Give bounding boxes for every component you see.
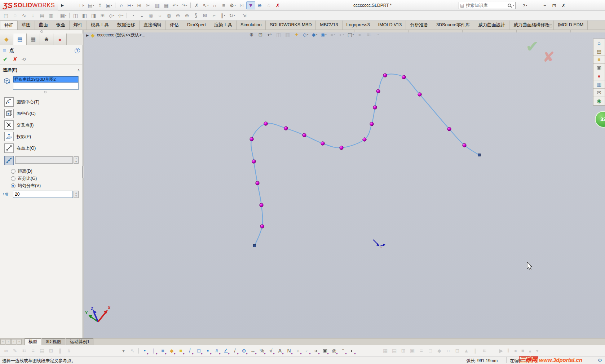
search-icon[interactable] [508, 4, 511, 7]
redo-icon[interactable]: ↷▾ [180, 1, 189, 9]
select-arrow-icon[interactable]: ↖▾ [201, 1, 210, 9]
view-palette-icon[interactable]: ▣ [593, 64, 605, 72]
ribbon-tab[interactable]: 焊件 [70, 21, 87, 30]
flyout-expand-arrow[interactable]: ▶ [86, 34, 89, 37]
filter-hatches-icon[interactable]: %▾ [257, 347, 266, 355]
flyout-feature-tree[interactable]: ▶ ◆ cccccccc (默认<<默认>... [86, 32, 145, 38]
toolbar2-icon[interactable]: ⊞▾ [98, 12, 107, 19]
menu-flyout-arrow[interactable]: ▶ [58, 3, 67, 7]
close-red-x-icon[interactable]: ✗▾ [273, 1, 282, 9]
ribbon-tab[interactable]: 直接编辑 [140, 21, 166, 30]
display-manager-tab[interactable]: ● [53, 34, 67, 45]
sketch-tool-icon[interactable]: ∞▾ [1, 347, 10, 355]
toolbar2-icon[interactable]: ▦▾ [59, 12, 68, 19]
point-count-spinner[interactable]: ▲▼ [74, 191, 79, 198]
hidden-lines-icon[interactable]: ▥▾ [283, 31, 292, 39]
filter-edges-icon[interactable]: |▾ [149, 347, 158, 355]
sep[interactable]: ▾ [114, 1, 117, 9]
section-view-icon[interactable]: ◫▾ [274, 31, 283, 39]
select-cursor-icon[interactable]: ↖▾ [128, 347, 137, 355]
cancel-button[interactable]: ✘ [13, 56, 17, 62]
next-tab-button[interactable]: › [11, 339, 16, 345]
document-tab[interactable]: 模型 [25, 338, 41, 345]
sketch-tool-icon[interactable]: ≡▾ [28, 347, 37, 355]
toolbar2-icon[interactable]: ⊠▾ [200, 12, 209, 19]
ribbon-tab[interactable]: 3DSource零件库 [432, 21, 474, 30]
selection-group-header[interactable]: 选择(E) ∧ [0, 66, 83, 74]
ribbon-tab[interactable]: 渲染工具 [210, 21, 237, 30]
selection-filter-icon[interactable]: ▼▾ [246, 1, 255, 9]
filter-dimensions-icon[interactable]: ↔▾ [248, 347, 257, 355]
toolbar2-icon[interactable]: §▾ [191, 12, 200, 19]
filter-surface-finish-icon[interactable]: √▾ [266, 347, 275, 355]
panel-splitter-dot[interactable] [40, 30, 43, 33]
toolbar2-icon[interactable]: ↻▾ [228, 12, 237, 19]
sep[interactable]: ▾ [137, 347, 140, 355]
point-count-input[interactable] [13, 191, 73, 198]
filter-section-lines-icon[interactable]: ◐▾ [348, 347, 357, 355]
filter-dropdown-icon[interactable]: ▾▾ [119, 347, 128, 355]
assembly-tool-icon[interactable]: ◆▾ [435, 347, 444, 355]
edit-appearance-icon[interactable]: ●▾ [328, 31, 337, 39]
paste-icon[interactable]: ▦▾ [162, 1, 171, 9]
zoom-fit-icon[interactable]: ⊕▾ [247, 31, 256, 39]
pin-icon[interactable]: ⚲ [21, 57, 27, 61]
along-curve-spinner[interactable]: ▲▼ [74, 156, 79, 164]
toolbar2-icon[interactable]: ↓▾ [28, 12, 37, 19]
option-arc-center[interactable]: 圆弧中心(T) [4, 97, 80, 107]
save-icon[interactable]: ▣▾ [105, 1, 114, 9]
ribbon-tab[interactable]: Simulation [237, 21, 266, 30]
lasso-select-icon[interactable]: ◌▾ [264, 1, 273, 9]
help-icon[interactable]: ? [75, 48, 80, 53]
assembly-tool-icon[interactable]: ▦▾ [381, 347, 390, 355]
ribbon-minimize-icon[interactable]: − [538, 21, 546, 30]
assembly-tool-icon[interactable]: ∥▾ [471, 347, 480, 355]
zoom-area-icon[interactable]: ⊡▾ [256, 31, 265, 39]
toolbar2-icon[interactable]: ◇▾ [107, 12, 116, 19]
view-settings-icon[interactable]: ▢▾ [346, 31, 355, 39]
assembly-tool-icon[interactable]: ≋▾ [480, 347, 489, 355]
filter-sketch-points-icon[interactable]: ▪▾ [203, 347, 212, 355]
print-icon[interactable]: ⊟▾ [126, 1, 135, 9]
points-along-curve-icon[interactable] [4, 156, 14, 165]
ribbon-tab[interactable]: 分析准备 [406, 21, 432, 30]
toolbar2-icon[interactable]: ◰▾ [1, 12, 10, 19]
radio-percentage[interactable]: 百分比(G) [11, 176, 37, 181]
ok-button[interactable]: ✔ [3, 56, 8, 63]
toolbar2-icon[interactable]: ∿▾ [19, 12, 28, 19]
toolbar2-icon[interactable]: ⊹▾ [116, 12, 125, 19]
ribbon-tab[interactable]: 特征 [0, 21, 18, 30]
toolbar2-icon[interactable]: ◍▾ [164, 12, 173, 19]
delete-icon[interactable]: ✗▾ [192, 1, 201, 9]
first-tab-button[interactable]: « [0, 339, 5, 345]
filter-cosmetic-threads-icon[interactable]: °▾ [339, 347, 348, 355]
search-input[interactable] [465, 3, 508, 8]
listbox-resize-dot[interactable] [44, 91, 47, 93]
fit-window-icon[interactable]: ⊕▾ [255, 1, 264, 9]
confirmation-cancel-icon[interactable]: ✘ [543, 49, 555, 65]
toolbar2-icon[interactable]: ⇲▾ [240, 12, 249, 19]
toolbar2-icon[interactable]: ▥▾ [47, 12, 56, 19]
sketch-tool-icon[interactable]: ∥▾ [56, 347, 65, 355]
sep[interactable]: ▾ [68, 12, 71, 19]
sep[interactable]: ▾ [125, 12, 128, 19]
filter-balloons-icon[interactable]: ○▾ [293, 347, 302, 355]
sep[interactable]: ▾ [237, 12, 240, 19]
ribbon-tab[interactable]: DimXpert [183, 21, 210, 30]
pane-right-icon[interactable]: » [529, 21, 538, 30]
chevron-up-icon[interactable]: ∧ [77, 68, 80, 72]
toolbar2-icon[interactable]: ◨▾ [89, 12, 98, 19]
option-on-point[interactable]: 在点上(O) [4, 143, 80, 153]
toolbar2-icon[interactable]: ◫▾ [71, 12, 80, 19]
filter-faces-icon[interactable]: ■▾ [158, 347, 167, 355]
filter-surface-bodies-icon[interactable]: ◆▾ [167, 347, 176, 355]
toolbar2-icon[interactable]: ○▾ [155, 12, 164, 19]
display-style-icon[interactable]: ◆▾ [310, 31, 319, 39]
toolbar2-icon[interactable]: ▤▾ [37, 12, 47, 19]
assembly-tool-icon[interactable]: ▣▾ [408, 347, 417, 355]
assembly-tool-icon[interactable]: ▤▾ [390, 347, 399, 355]
play-icon[interactable]: ▶▾ [498, 347, 505, 355]
sketch-tool-icon[interactable]: ✎▾ [10, 347, 19, 355]
previous-view-icon[interactable]: ↩▾ [265, 31, 274, 39]
hide-show-items-icon[interactable]: ◉▾ [319, 31, 328, 39]
